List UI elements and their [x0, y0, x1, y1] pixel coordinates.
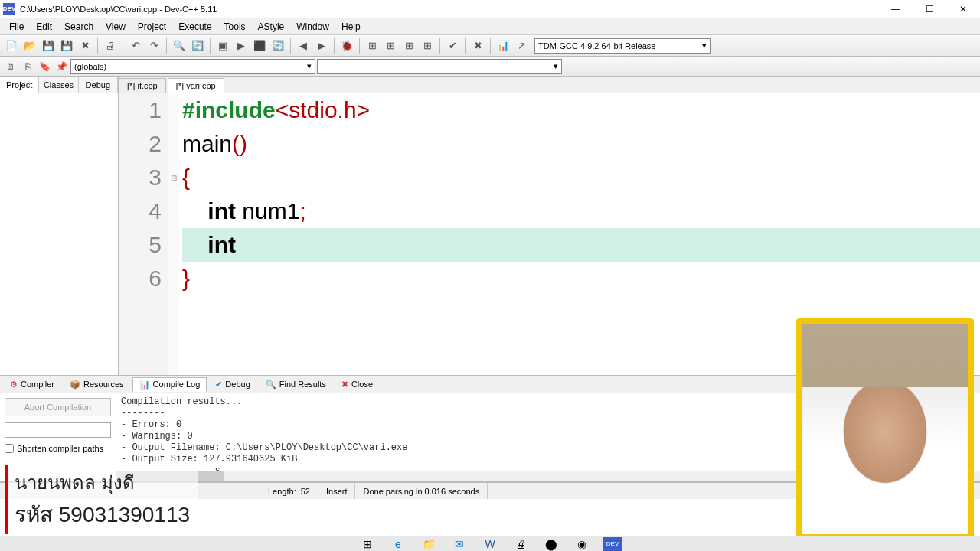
- insert-mode: Insert: [318, 483, 356, 499]
- bookmark-icon[interactable]: 🔖: [37, 59, 52, 74]
- check-icon[interactable]: ✔: [444, 37, 461, 54]
- globals-combo[interactable]: (globals)▾: [70, 59, 315, 74]
- printer-icon[interactable]: 🖨: [511, 537, 531, 551]
- menu-astyle[interactable]: AStyle: [252, 20, 291, 34]
- save-all-icon[interactable]: 💾: [58, 37, 75, 54]
- back-icon[interactable]: ◀: [295, 37, 312, 54]
- menu-file[interactable]: File: [3, 20, 30, 34]
- sidebar-tabs: ProjectClassesDebug: [0, 77, 118, 93]
- fold-column: ⊟: [168, 93, 179, 375]
- main-toolbar: 📄 📂 💾 💾 ✖ 🖨 ↶ ↷ 🔍 🔄 ▣ ▶ ⬛ 🔄 ◀ ▶ 🐞 ⊞ ⊞ ⊞ …: [0, 35, 980, 57]
- run-icon[interactable]: ▶: [233, 37, 250, 54]
- file-tab[interactable]: [*] vari.cpp: [168, 78, 224, 93]
- file-tabs: [*] if.cpp[*] vari.cpp: [119, 77, 980, 93]
- file-tab[interactable]: [*] if.cpp: [119, 78, 166, 93]
- window-titlebar: DEV C:\Users\PLOY\Desktop\CC\vari.cpp - …: [0, 0, 980, 18]
- maximize-button[interactable]: ☐: [913, 0, 946, 18]
- grid2-icon[interactable]: ⊞: [382, 37, 399, 54]
- sidebar-tab-classes[interactable]: Classes: [39, 77, 78, 93]
- menu-edit[interactable]: Edit: [30, 20, 58, 34]
- windows-taskbar: ⊞ e 📁 ✉ W 🖨 ⬤ ◉ DEV: [0, 536, 980, 551]
- compile-icon[interactable]: ▣: [214, 37, 231, 54]
- devcpp-icon[interactable]: DEV: [603, 537, 622, 551]
- close-button[interactable]: ✕: [946, 0, 980, 18]
- menu-execute[interactable]: Execute: [172, 20, 217, 34]
- webcam-overlay: [796, 318, 974, 540]
- menu-view[interactable]: View: [100, 20, 132, 34]
- members-combo[interactable]: ▾: [317, 59, 562, 74]
- minimize-button[interactable]: —: [879, 0, 913, 18]
- x-icon[interactable]: ✖: [469, 37, 486, 54]
- save-icon[interactable]: 💾: [40, 37, 57, 54]
- insert-icon[interactable]: ⎘: [20, 59, 35, 74]
- menu-tools[interactable]: Tools: [218, 20, 252, 34]
- mail-icon[interactable]: ✉: [449, 537, 469, 551]
- menu-project[interactable]: Project: [132, 20, 172, 34]
- forward-icon[interactable]: ▶: [313, 37, 330, 54]
- menu-window[interactable]: Window: [290, 20, 335, 34]
- find-icon[interactable]: 🔍: [171, 37, 188, 54]
- new-file-icon[interactable]: 📄: [3, 37, 20, 54]
- chrome-icon[interactable]: ◉: [572, 537, 592, 551]
- menu-help[interactable]: Help: [335, 20, 367, 34]
- presenter-overlay: นายนพดล มุ่งดี รหัส 59031390113: [5, 465, 198, 534]
- shorten-paths-checkbox[interactable]: Shorten compiler paths: [5, 444, 111, 453]
- profile-icon[interactable]: 📊: [495, 37, 511, 54]
- redo-icon[interactable]: ↷: [145, 37, 162, 54]
- bottom-tab-compile-log[interactable]: 📊Compile Log: [132, 377, 207, 392]
- new-project-icon[interactable]: 🗎: [3, 59, 18, 74]
- open-file-icon[interactable]: 📂: [21, 37, 38, 54]
- line-gutter: 123456: [119, 93, 168, 375]
- compiler-selector[interactable]: TDM-GCC 4.9.2 64-bit Release▾: [534, 38, 710, 54]
- grid1-icon[interactable]: ⊞: [364, 37, 381, 54]
- sidebar-tab-project[interactable]: Project: [0, 77, 39, 93]
- compile-run-icon[interactable]: ⬛: [251, 37, 268, 54]
- grid4-icon[interactable]: ⊞: [419, 37, 436, 54]
- edge-icon[interactable]: e: [388, 537, 408, 551]
- obs-icon[interactable]: ⬤: [541, 537, 561, 551]
- menu-search[interactable]: Search: [58, 20, 100, 34]
- debug-icon[interactable]: 🐞: [338, 37, 355, 54]
- secondary-toolbar: 🗎 ⎘ 🔖 📌 (globals)▾ ▾: [0, 57, 980, 77]
- app-icon: DEV: [3, 3, 15, 15]
- sidebar-body: [0, 93, 118, 375]
- bottom-tab-resources[interactable]: 📦Resources: [63, 377, 131, 392]
- bottom-tab-close[interactable]: ✖Close: [335, 377, 380, 392]
- print-icon[interactable]: 🖨: [102, 37, 119, 54]
- close-file-icon[interactable]: ✖: [77, 37, 93, 54]
- rebuild-icon[interactable]: 🔄: [270, 37, 286, 54]
- bottom-tab-compiler[interactable]: ⚙Compiler: [3, 377, 61, 392]
- abort-compilation-button[interactable]: Abort Compilation: [5, 398, 111, 416]
- compile-filter-input[interactable]: [5, 422, 111, 438]
- parse-status: Done parsing in 0.016 seconds: [355, 483, 488, 499]
- window-title: C:\Users\PLOY\Desktop\CC\vari.cpp - Dev-…: [20, 5, 879, 14]
- grid3-icon[interactable]: ⊞: [400, 37, 417, 54]
- bottom-tab-debug[interactable]: ✔Debug: [208, 377, 256, 392]
- bottom-tab-find-results[interactable]: 🔍Find Results: [259, 377, 333, 392]
- replace-icon[interactable]: 🔄: [189, 37, 206, 54]
- undo-icon[interactable]: ↶: [127, 37, 144, 54]
- word-icon[interactable]: W: [480, 537, 500, 551]
- goto-icon[interactable]: ↗: [513, 37, 530, 54]
- explorer-icon[interactable]: 📁: [419, 537, 439, 551]
- menubar: FileEditSearchViewProjectExecuteToolsASt…: [0, 18, 980, 35]
- sidebar: ProjectClassesDebug: [0, 77, 119, 375]
- sidebar-tab-debug[interactable]: Debug: [79, 77, 118, 93]
- goto-bookmark-icon[interactable]: 📌: [54, 59, 69, 74]
- task-view-icon[interactable]: ⊞: [358, 537, 377, 551]
